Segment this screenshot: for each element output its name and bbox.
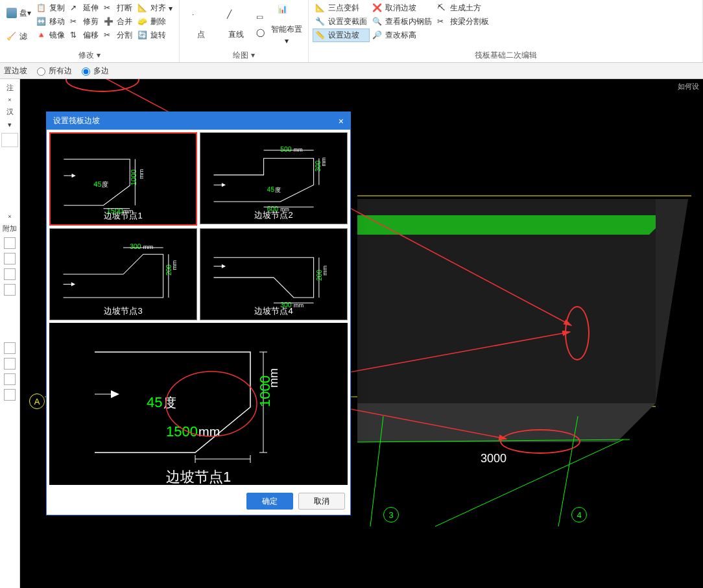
svg-marker-5 [656, 199, 688, 403]
side-check-5[interactable] [4, 342, 16, 354]
cmd-merge[interactable]: ➕合并 [101, 15, 135, 29]
preview-pane: 45 度 1500 mm 1000 mm [49, 323, 348, 485]
btn-cancel[interactable]: 取消 [298, 493, 345, 510]
cmd-rotate[interactable]: 🔄旋转 [135, 29, 175, 42]
cmd-copy[interactable]: 📋复制 [34, 1, 67, 15]
side-check-8[interactable] [4, 389, 16, 401]
cmd-view-rebar[interactable]: 🔍查看板内钢筋 [370, 15, 435, 29]
svg-text:mm: mm [138, 169, 145, 179]
svg-text:45: 45 [93, 180, 101, 188]
cmd-poly2[interactable]: ◯ [254, 27, 269, 40]
anno-ring-bottom [500, 429, 580, 454]
svg-text:mm: mm [143, 244, 154, 250]
side-check-3[interactable] [4, 268, 16, 280]
btn-ok[interactable]: 确定 [246, 493, 293, 510]
cmd-filter[interactable]: 🧹滤 [4, 30, 34, 43]
anno-ring-edge [565, 306, 590, 360]
side-tab-note[interactable]: 注 [6, 83, 14, 93]
side-check-7[interactable] [4, 373, 16, 385]
cmd-smart[interactable]: 📊智能布置▾ [269, 1, 304, 49]
cmd-cancel-slope[interactable]: ❌取消边坡 [370, 1, 435, 15]
svg-text:度: 度 [102, 181, 108, 188]
hint-text: 如何设 [678, 82, 699, 91]
side-tab-extra[interactable]: 附加 [3, 224, 17, 233]
svg-text:500: 500 [280, 146, 291, 153]
side-check-2[interactable] [4, 253, 16, 265]
cmd-check-level[interactable]: 🔎查改标高 [370, 29, 435, 42]
canvas[interactable]: 如何设 3000 3 4 A [20, 79, 703, 588]
dialog-close-icon[interactable]: × [339, 116, 344, 126]
dialog-titlebar[interactable]: 设置筏板边坡 × [47, 112, 350, 130]
workspace: 注 × 汉 ▾ × 附加 如何设 [0, 79, 703, 588]
thumb-node-1[interactable]: 45 度 1500 mm 1000 mm 边坡节点1 [49, 132, 197, 226]
svg-text:度: 度 [163, 395, 176, 410]
side-search[interactable] [1, 133, 18, 147]
dim-3000: 3000 [481, 452, 506, 465]
optbar-cmd: 置边坡 [4, 65, 27, 76]
side-panel: 注 × 汉 ▾ × 附加 [0, 79, 20, 588]
svg-marker-0 [357, 199, 688, 403]
cmd-extend[interactable]: ↗延伸 [67, 1, 101, 15]
panel-modify-label: 修改 [78, 51, 94, 60]
axis-4: 4 [571, 507, 587, 523]
cmd-set-section[interactable]: 🔧设置变截面 [313, 15, 370, 29]
cmd-split[interactable]: ✂分割 [101, 29, 135, 42]
panel-draw-label: 绘图 [233, 51, 248, 60]
svg-marker-1 [357, 215, 669, 235]
side-check-4[interactable] [4, 284, 16, 296]
svg-text:mm: mm [267, 368, 280, 388]
axis-3: 3 [383, 507, 399, 523]
svg-text:度: 度 [275, 187, 281, 193]
svg-line-8 [370, 416, 383, 526]
dialog-title-text: 设置筏板边坡 [53, 115, 100, 126]
svg-text:1500: 1500 [107, 207, 123, 215]
svg-text:45: 45 [267, 186, 275, 193]
cmd-poly1[interactable]: ▭ [254, 11, 269, 24]
svg-text:mm: mm [294, 302, 304, 309]
ribbon: 盘▾ 🧹滤 📋复制 ↔️移动 🔺镜像 ↗延伸 ✂修剪 ⇅偏移 ✂打断 ➕合并 ✂… [0, 0, 703, 63]
side-tab-lang[interactable]: 汉 [6, 107, 14, 117]
axis-A: A [29, 394, 45, 409]
cmd-line[interactable]: ╱直线 [219, 1, 254, 49]
cmd-align[interactable]: 📐对齐▾ [135, 1, 175, 15]
option-bar: 置边坡 所有边 多边 [0, 63, 703, 79]
panel-draw: ·点 ╱直线 ▭ ◯ 📊智能布置▾ 绘图 ▾ [180, 0, 309, 62]
side-check-1[interactable] [4, 237, 16, 249]
svg-line-6 [357, 440, 630, 442]
panel-raft: 📐三点变斜 🔧设置变截面 📏设置边坡 ❌取消边坡 🔍查看板内钢筋 🔎查改标高 ⛏… [309, 0, 703, 62]
cmd-break[interactable]: ✂打断 [101, 1, 135, 15]
cmd-set-slope[interactable]: 📏设置边坡 [313, 29, 370, 42]
svg-text:1000: 1000 [130, 169, 137, 185]
thumb-node-2[interactable]: 500mm 300mm 600mm 45度 边坡节点2 [200, 132, 348, 224]
panel-modify: 盘▾ 🧹滤 📋复制 ↔️移动 🔺镜像 ↗延伸 ✂修剪 ⇅偏移 ✂打断 ➕合并 ✂… [0, 0, 180, 62]
thumb-node-4[interactable]: 300 mm 200 mm 边坡节点4 [200, 228, 348, 320]
side-check-6[interactable] [4, 358, 16, 370]
cmd-mirror[interactable]: 🔺镜像 [34, 29, 67, 42]
svg-text:mm: mm [322, 265, 328, 276]
thumb-node-3[interactable]: 300 mm 200 mm 边坡节点3 [49, 228, 197, 320]
cmd-gen-earth[interactable]: ⛏生成土方 [435, 1, 492, 15]
cmd-offset[interactable]: ⇅偏移 [67, 29, 101, 42]
svg-text:1500: 1500 [166, 423, 198, 440]
cmd-split-by-beam[interactable]: ✂按梁分割板 [435, 15, 492, 29]
svg-text:mm: mm [280, 207, 289, 213]
panel-raft-label: 筏板基础二次编辑 [313, 49, 698, 62]
svg-text:mm: mm [321, 158, 327, 167]
radio-all-edges[interactable]: 所有边 [34, 65, 72, 76]
cmd-trim[interactable]: ✂修剪 [67, 15, 101, 29]
svg-text:边坡节点1: 边坡节点1 [166, 469, 231, 485]
cmd-three-point-slope[interactable]: 📐三点变斜 [313, 1, 370, 15]
svg-text:45: 45 [147, 394, 162, 410]
radio-multi-edges[interactable]: 多边 [78, 65, 109, 76]
svg-text:mm: mm [171, 260, 178, 270]
cmd-panhao[interactable]: 盘▾ [4, 6, 34, 20]
cmd-point[interactable]: ·点 [184, 1, 219, 49]
svg-text:mm: mm [123, 208, 134, 215]
anno-ring-optbar [66, 79, 139, 92]
svg-text:300: 300 [130, 243, 141, 250]
dialog-slope: 设置筏板边坡 × 45 度 1500 mm [46, 112, 351, 515]
cmd-delete[interactable]: 🧽删除 [135, 15, 175, 29]
cmd-move[interactable]: ↔️移动 [34, 15, 67, 29]
